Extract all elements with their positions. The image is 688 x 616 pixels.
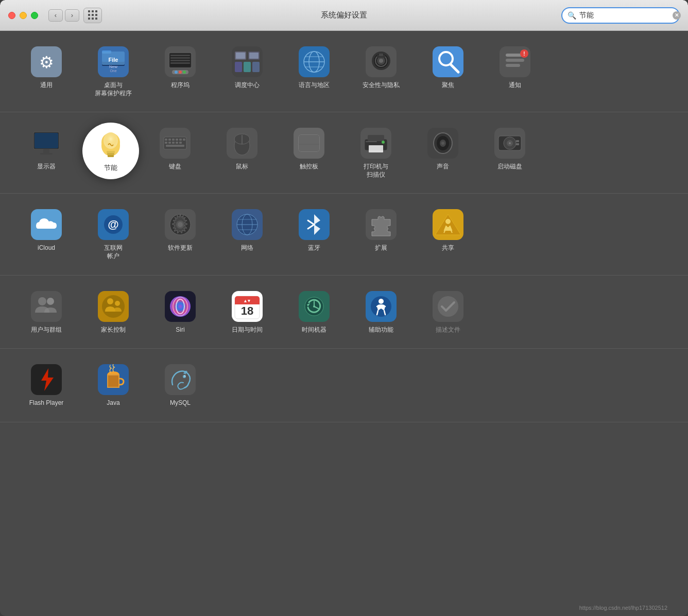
svg-rect-49 (506, 64, 520, 67)
svg-point-161 (184, 375, 185, 377)
mouse-item[interactable]: 鼠标 (211, 123, 273, 175)
security-item[interactable]: 安全性与隐私 (350, 41, 412, 94)
grid-view-button[interactable] (83, 8, 102, 23)
general-item[interactable]: ⚙ 通用 (15, 41, 77, 94)
maximize-button[interactable] (31, 12, 38, 19)
svg-rect-103 (516, 140, 519, 142)
notifications-item[interactable]: ! 通知 (484, 41, 546, 94)
sound-item[interactable]: 声音 (412, 123, 474, 175)
spotlight-icon (432, 45, 465, 78)
nav-buttons: ‹ › (48, 9, 79, 22)
trackpad-item[interactable]: 触控板 (278, 123, 340, 175)
accessibility-label: 辅助功能 (369, 326, 393, 334)
flash-item[interactable]: Flash Player (15, 359, 77, 412)
internet-item[interactable]: @ 互联网帐户 (82, 204, 144, 264)
svg-rect-62 (107, 153, 114, 155)
search-clear-button[interactable]: ✕ (673, 11, 681, 20)
users-label: 用户与群组 (31, 326, 62, 334)
dock-item[interactable]: 程序坞 (149, 41, 211, 94)
svg-rect-74 (172, 142, 175, 144)
main-content: ⚙ 通用 File New On (0, 31, 688, 616)
parental-item[interactable]: 家长控制 (82, 286, 144, 338)
displays-item[interactable]: 显示器 (15, 123, 77, 175)
notifications-icon: ! (498, 45, 531, 78)
svg-point-123 (445, 219, 451, 224)
profiles-item[interactable]: 描述文件 (417, 286, 479, 338)
sound-icon (426, 127, 459, 160)
mission-item[interactable]: 调度中心 (216, 41, 278, 94)
flash-icon (30, 363, 63, 396)
spotlight-item[interactable]: 聚焦 (417, 41, 479, 94)
svg-rect-15 (170, 60, 190, 61)
sharing-label: 共享 (442, 244, 454, 252)
forward-button[interactable]: › (65, 9, 79, 22)
network-label: 网络 (241, 244, 253, 252)
java-icon (97, 363, 130, 396)
network-item[interactable]: 网络 (216, 204, 278, 256)
svg-rect-63 (108, 155, 114, 157)
internet-section: iCloud @ 互联网帐户 (0, 194, 688, 275)
desktop-icon: File New One (97, 45, 130, 78)
accessibility-icon (365, 290, 398, 323)
svg-point-132 (115, 301, 120, 306)
svg-rect-26 (252, 62, 260, 72)
back-button[interactable]: ‹ (48, 9, 63, 22)
accessibility-item[interactable]: 辅助功能 (350, 286, 412, 338)
svg-rect-24 (235, 62, 242, 72)
svg-text:18: 18 (241, 304, 253, 317)
svg-point-102 (509, 142, 511, 144)
printers-item[interactable]: 打印机与扫描仪 (345, 123, 407, 183)
keyboard-label: 键盘 (169, 163, 181, 171)
desktop-item[interactable]: File New One 桌面与屏幕保护程序 (82, 41, 144, 101)
datetime-item[interactable]: ▴ ▾ 18 日期与时间 (216, 286, 278, 338)
java-label: Java (107, 399, 119, 407)
svg-point-60 (104, 132, 118, 149)
bluetooth-item[interactable]: 蓝牙 (283, 204, 345, 256)
svg-rect-42 (379, 54, 383, 56)
icloud-item[interactable]: iCloud (15, 204, 77, 256)
svg-rect-48 (506, 59, 524, 62)
hardware-section: 显示器 (0, 112, 688, 194)
dock-label: 程序坞 (171, 81, 190, 90)
software-item[interactable]: 软件更新 (149, 204, 211, 256)
software-label: 软件更新 (168, 244, 193, 252)
svg-rect-76 (179, 142, 182, 144)
java-item[interactable]: Java (82, 359, 144, 412)
language-icon (298, 45, 331, 78)
system-grid: 用户与群组 家长控制 (15, 286, 673, 338)
svg-rect-89 (369, 145, 383, 152)
svg-rect-25 (244, 62, 251, 72)
svg-rect-84 (299, 135, 319, 151)
personal-section: ⚙ 通用 File New On (0, 31, 688, 112)
svg-point-148 (313, 305, 315, 307)
sharing-item[interactable]: 共享 (417, 204, 479, 256)
svg-text:⚙: ⚙ (39, 53, 54, 72)
parental-icon (97, 290, 130, 323)
footer-url: https://blog.csdn.net/lhp171302512 (569, 602, 678, 614)
minimize-button[interactable] (20, 12, 27, 19)
mysql-item[interactable]: MySQL (149, 359, 211, 412)
users-item[interactable]: 用户与群组 (15, 286, 77, 338)
energy-item[interactable]: 节能 (82, 123, 139, 179)
search-box[interactable]: 🔍 ✕ (561, 7, 680, 24)
timemachine-item[interactable]: 时间机器 (283, 286, 345, 338)
general-icon: ⚙ (30, 45, 63, 78)
svg-rect-66 (165, 139, 167, 141)
siri-item[interactable]: Siri (149, 286, 211, 338)
svg-rect-14 (170, 57, 190, 59)
startup-label: 启动磁盘 (497, 163, 522, 171)
search-input[interactable] (579, 11, 669, 20)
network-icon (231, 208, 264, 241)
trackpad-icon (293, 127, 325, 160)
keyboard-item[interactable]: 键盘 (144, 123, 206, 175)
svg-rect-56 (40, 153, 53, 155)
language-item[interactable]: 语言与地区 (283, 41, 345, 94)
extensions-item[interactable]: 扩展 (350, 204, 412, 256)
startup-item[interactable]: 启动磁盘 (479, 123, 541, 175)
internet-label: 互联网帐户 (104, 244, 123, 260)
svg-rect-91 (366, 141, 377, 142)
timemachine-icon (298, 290, 331, 323)
svg-point-128 (47, 298, 54, 305)
svg-point-20 (183, 71, 186, 74)
close-button[interactable] (8, 12, 15, 19)
